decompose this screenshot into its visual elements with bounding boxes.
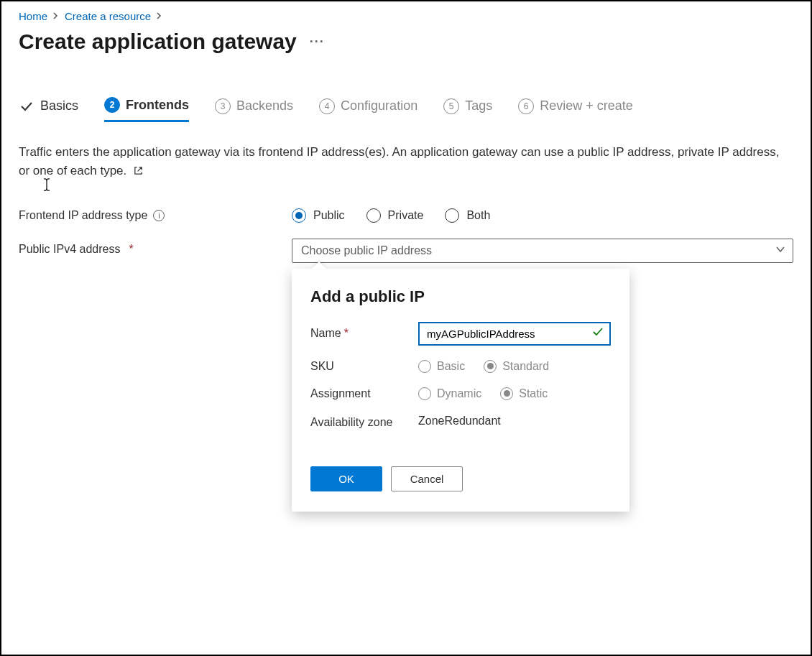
cancel-button[interactable]: Cancel (391, 466, 463, 491)
fly-row-sku: SKU Basic Standard (310, 360, 611, 373)
label-assignment: Assignment (310, 387, 418, 400)
breadcrumb: Home Create a resource (19, 10, 793, 22)
label-az: Availability zone (310, 415, 418, 430)
ok-button[interactable]: OK (310, 466, 382, 491)
tab-label: Basics (40, 98, 78, 114)
page-title-text: Create application gateway (19, 29, 297, 54)
chevron-right-icon (157, 11, 162, 22)
radio-public[interactable]: Public (292, 208, 345, 223)
required-indicator: * (344, 327, 349, 339)
label-sku: SKU (310, 360, 418, 373)
page-title: Create application gateway ··· (19, 29, 793, 54)
chevron-right-icon (53, 11, 59, 22)
radio-sku-standard: Standard (484, 360, 549, 373)
label-name: Name* (310, 327, 418, 340)
radio-icon (500, 387, 513, 400)
flyout-title: Add a public IP (310, 287, 611, 306)
radio-assign-static: Static (500, 387, 548, 400)
radio-label: Private (388, 209, 424, 222)
check-icon (19, 98, 34, 114)
wizard-tabs: Basics 2 Frontends 3 Backends 4 Configur… (19, 97, 793, 123)
fly-row-assignment: Assignment Dynamic Static (310, 387, 611, 400)
radio-label: Both (466, 209, 490, 222)
radio-label: Dynamic (437, 387, 481, 400)
tab-label: Review + create (540, 98, 633, 114)
radio-label: Basic (437, 360, 465, 373)
tab-basics[interactable]: Basics (19, 97, 78, 122)
radio-both[interactable]: Both (445, 208, 490, 223)
select-placeholder: Choose public IP address (301, 244, 432, 257)
tab-review-create[interactable]: 6 Review + create (518, 97, 633, 122)
step-number-icon: 4 (319, 98, 335, 114)
value-az: ZoneRedundant (418, 415, 611, 428)
chevron-down-icon (775, 244, 785, 257)
fly-row-az: Availability zone ZoneRedundant (310, 415, 611, 430)
label-frontend-ip-type: Frontend IP address type i (19, 209, 292, 222)
radio-label: Standard (502, 360, 549, 373)
step-number-icon: 5 (443, 98, 459, 114)
radio-private[interactable]: Private (366, 208, 424, 223)
label-public-ip: Public IPv4 address* (19, 239, 292, 256)
step-number-icon: 3 (215, 98, 231, 114)
flyout-footer: OK Cancel (310, 466, 611, 491)
tab-label: Configuration (341, 98, 417, 114)
valid-check-icon (592, 326, 604, 341)
radio-icon (484, 360, 497, 373)
name-input[interactable] (418, 322, 611, 346)
radio-group-ip-type: Public Private Both (292, 208, 490, 223)
breadcrumb-home[interactable]: Home (19, 10, 47, 22)
radio-icon (445, 208, 459, 223)
step-number-icon: 2 (104, 97, 120, 113)
tab-label: Tags (465, 98, 492, 114)
select-public-ip[interactable]: Choose public IP address (292, 239, 793, 263)
radio-sku-basic: Basic (418, 360, 465, 373)
tab-tags[interactable]: 5 Tags (443, 97, 492, 122)
tab-frontends[interactable]: 2 Frontends (104, 97, 189, 122)
radio-icon (292, 208, 306, 223)
required-indicator: * (129, 243, 133, 256)
radio-label: Static (519, 387, 548, 400)
radio-icon (418, 387, 431, 400)
radio-group-sku: Basic Standard (418, 360, 549, 373)
radio-assign-dynamic: Dynamic (418, 387, 481, 400)
step-number-icon: 6 (518, 98, 534, 114)
tab-description: Traffic enters the application gateway v… (19, 143, 780, 181)
fly-row-name: Name* (310, 322, 611, 346)
row-public-ip: Public IPv4 address* Choose public IP ad… (19, 239, 793, 280)
tab-backends[interactable]: 3 Backends (215, 97, 293, 122)
add-public-ip-flyout: Add a public IP Name* SKU Basic (292, 269, 629, 512)
row-frontend-ip-type: Frontend IP address type i Public Privat… (19, 208, 793, 223)
tab-label: Frontends (126, 98, 189, 113)
radio-icon (418, 360, 431, 373)
radio-label: Public (313, 209, 345, 222)
external-link-icon[interactable] (133, 165, 144, 176)
info-icon[interactable]: i (153, 210, 165, 221)
tab-label: Backends (236, 98, 293, 114)
tab-configuration[interactable]: 4 Configuration (319, 97, 417, 122)
more-actions-button[interactable]: ··· (310, 34, 325, 50)
radio-icon (366, 208, 381, 223)
breadcrumb-create-resource[interactable]: Create a resource (65, 10, 151, 22)
radio-group-assignment: Dynamic Static (418, 387, 548, 400)
